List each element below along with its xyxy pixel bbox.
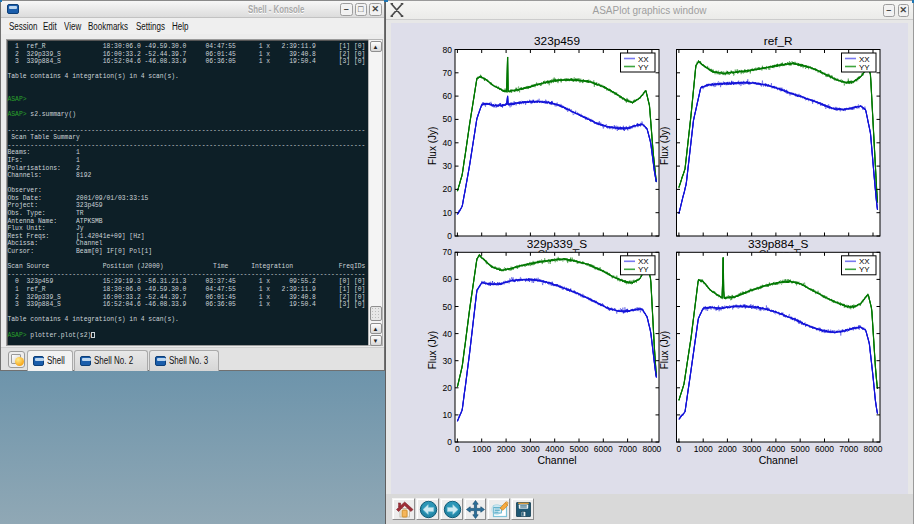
svg-text:70: 70 (443, 247, 453, 257)
svg-text:3000: 3000 (521, 444, 540, 454)
svg-text:7000: 7000 (839, 444, 858, 454)
svg-text:Channel: Channel (537, 454, 576, 466)
svg-text:20: 20 (443, 184, 453, 194)
svg-text:Flux (Jy): Flux (Jy) (428, 331, 439, 369)
svg-text:0: 0 (455, 444, 460, 454)
svg-text:YY: YY (859, 265, 870, 274)
svg-text:40: 40 (443, 329, 453, 339)
svg-text:80: 80 (443, 45, 453, 55)
svg-text:70: 70 (443, 68, 453, 78)
svg-text:50: 50 (443, 302, 453, 312)
svg-text:60: 60 (443, 274, 453, 284)
svg-text:7000: 7000 (618, 444, 637, 454)
svg-text:ref_R: ref_R (764, 34, 793, 48)
svg-text:60: 60 (443, 91, 453, 101)
svg-text:1000: 1000 (694, 444, 713, 454)
svg-text:Flux (Jy): Flux (Jy) (428, 127, 439, 165)
svg-text:YY: YY (638, 63, 649, 72)
svg-text:30: 30 (443, 161, 453, 171)
svg-text:10: 10 (443, 208, 453, 218)
svg-text:10: 10 (443, 410, 453, 420)
svg-text:2000: 2000 (497, 444, 516, 454)
svg-text:20: 20 (443, 383, 453, 393)
svg-text:5000: 5000 (791, 444, 810, 454)
svg-text:339p884_S: 339p884_S (748, 237, 808, 251)
svg-text:323p459: 323p459 (534, 34, 580, 48)
svg-text:3000: 3000 (742, 444, 761, 454)
svg-text:Channel: Channel (759, 454, 798, 466)
svg-text:6000: 6000 (815, 444, 834, 454)
svg-text:8000: 8000 (642, 444, 661, 454)
svg-text:Flux (Jy): Flux (Jy) (659, 331, 670, 369)
svg-text:50: 50 (443, 114, 453, 124)
svg-text:Flux (Jy): Flux (Jy) (659, 127, 670, 165)
svg-text:6000: 6000 (594, 444, 613, 454)
svg-text:0: 0 (677, 444, 682, 454)
svg-text:4000: 4000 (766, 444, 785, 454)
svg-text:329p339_S: 329p339_S (527, 237, 587, 251)
svg-text:40: 40 (443, 138, 453, 148)
svg-text:0: 0 (447, 231, 452, 241)
svg-text:YY: YY (859, 63, 870, 72)
svg-text:5000: 5000 (570, 444, 589, 454)
svg-text:1000: 1000 (472, 444, 491, 454)
svg-text:30: 30 (443, 356, 453, 366)
svg-text:2000: 2000 (718, 444, 737, 454)
svg-text:4000: 4000 (545, 444, 564, 454)
svg-text:0: 0 (447, 437, 452, 447)
svg-text:8000: 8000 (864, 444, 883, 454)
svg-text:YY: YY (638, 265, 649, 274)
